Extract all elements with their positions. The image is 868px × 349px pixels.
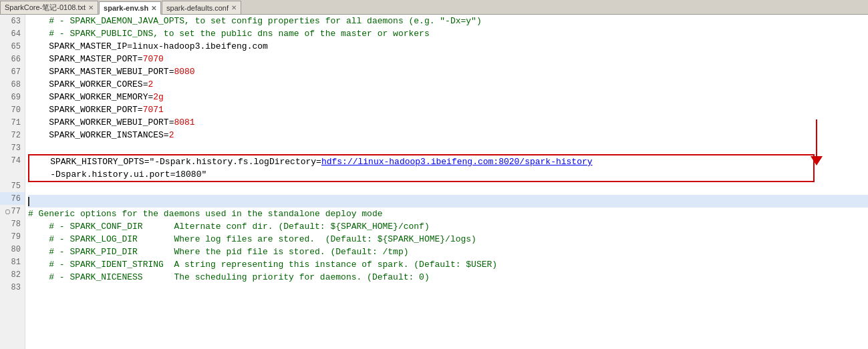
line-72-val: 2 [169,130,174,140]
line-74-quote2: " [201,169,206,180]
code-line-64: # - SPARK_PUBLIC_DNS, to set the public … [28,27,868,40]
code-line-63: # - SPARK_DAEMON_JAVA_OPTS, to set confi… [28,15,868,27]
code-line-65: SPARK_MASTER_IP=linux-hadoop3.ibeifeng.c… [28,40,868,53]
tab-label: spark-env.sh [104,4,148,12]
line-num-69: 69 [0,91,25,103]
line-num-63: 63 [0,15,25,27]
line-67-key: SPARK_MASTER_WEBUI_PORT= [28,67,174,77]
highlight-box-74: SPARK_HISTORY_OPTS="-Dspark.history.fs.l… [28,154,815,182]
line-num-65: 65 [0,40,25,53]
code-content[interactable]: # - SPARK_DAEMON_JAVA_OPTS, to set confi… [25,15,868,349]
line-num-72: 72 [0,129,25,141]
line-79-text: # - SPARK_LOG_DIR Where log files are st… [28,234,476,244]
line-69-val: 2g [153,92,164,102]
line-num-83: 83 [0,281,25,294]
line-78-text: # - SPARK_CONF_DIR Alternate conf dir. (… [28,222,430,232]
code-line-69: SPARK_WORKER_MEMORY=2g [28,91,868,103]
line-num-74b [0,167,25,180]
line-num-71: 71 [0,116,25,129]
code-line-74a: SPARK_HISTORY_OPTS="-Dspark.history.fs.l… [29,155,813,168]
line-67-val: 8080 [174,67,194,77]
line-num-82: 82 [0,268,25,281]
code-line-74b: -Dspark.history.ui.port=18080" [29,168,813,181]
line-num-67: 67 [0,65,25,78]
line-71-val: 8081 [174,117,194,127]
line-num-64: 64 [0,27,25,40]
line-80-text: # - SPARK_PID_DIR Where the pid file is … [28,247,409,257]
line-65-text: SPARK_MASTER_IP=linux-hadoop3.ibeifeng.c… [28,41,268,51]
line-63-text: # - SPARK_DAEMON_JAVA_OPTS, to set confi… [28,16,482,26]
fold-icon: ▢ [6,208,10,216]
line-num-81: 81 [0,256,25,268]
line-71-key: SPARK_WORKER_WEBUI_PORT= [28,117,174,127]
editor-container: SparkCore-笔记-0108.txt ✕ spark-env.sh ✕ s… [0,0,868,349]
code-line-71: SPARK_WORKER_WEBUI_PORT=8081 [28,116,868,129]
tab-close-icon[interactable]: ✕ [151,5,156,12]
line-numbers: 63 64 65 66 67 68 69 70 71 72 73 74 75 7… [0,15,25,349]
line-68-val: 2 [148,79,153,89]
code-line-77: # Generic options for the daemons used i… [28,208,868,220]
line-69-key: SPARK_WORKER_MEMORY= [28,92,153,102]
line-66-val: 7070 [143,54,164,64]
line-num-73: 73 [0,141,25,154]
code-line-83 [28,284,868,296]
line-74-key: SPARK_HISTORY_OPTS= [29,157,149,167]
tab-label: spark-defaults.conf [166,4,229,12]
code-line-78: # - SPARK_CONF_DIR Alternate conf dir. (… [28,220,868,233]
line-num-77: ▢77 [0,205,25,218]
cursor [28,197,29,206]
line-num-70: 70 [0,103,25,116]
tab-label: SparkCore-笔记-0108.txt [5,3,86,13]
code-line-66: SPARK_MASTER_PORT=7070 [28,53,868,65]
line-74-url: hdfs://linux-hadoop3.ibeifeng.com:8020/s… [321,157,593,167]
line-num-68: 68 [0,78,25,91]
code-line-81: # - SPARK_IDENT_STRING A string represen… [28,258,868,271]
line-74-dspark2: -Dspark.history.ui.port=18080 [29,169,201,180]
line-70-val: 7071 [143,105,164,115]
line-num-75: 75 [0,180,25,192]
line-68-key: SPARK_WORKER_CORES= [28,79,148,89]
line-81-text: # - SPARK_IDENT_STRING A string represen… [28,260,497,270]
line-num-76: 76 [0,192,25,205]
code-line-82: # - SPARK_NICENESS The scheduling priori… [28,271,868,284]
code-line-80: # - SPARK_PID_DIR Where the pid file is … [28,246,868,258]
code-line-70: SPARK_WORKER_PORT=7071 [28,103,868,116]
line-83-empty [28,285,33,295]
tab-sparkenv[interactable]: spark-env.sh ✕ [99,1,161,15]
tab-sparkdefaults[interactable]: spark-defaults.conf ✕ [162,1,241,14]
code-line-73 [28,141,868,154]
tab-sparkcore[interactable]: SparkCore-笔记-0108.txt ✕ [0,1,98,14]
line-66-key: SPARK_MASTER_PORT= [28,54,143,64]
line-num-79: 79 [0,230,25,243]
tab-close-icon[interactable]: ✕ [88,4,94,11]
line-73-empty [28,143,33,153]
tab-bar: SparkCore-笔记-0108.txt ✕ spark-env.sh ✕ s… [0,0,868,15]
line-64-text: # - SPARK_PUBLIC_DNS, to set the public … [28,29,430,39]
code-line-75 [28,182,868,195]
code-line-72: SPARK_WORKER_INSTANCES=2 [28,129,868,141]
code-line-68: SPARK_WORKER_CORES=2 [28,78,868,91]
line-72-key: SPARK_WORKER_INSTANCES= [28,130,169,140]
line-70-key: SPARK_WORKER_PORT= [28,105,143,115]
line-num-78: 78 [0,218,25,230]
code-line-67: SPARK_MASTER_WEBUI_PORT=8080 [28,65,868,78]
line-74-dspark1: -Dspark.history.fs.logDirectory= [154,157,321,167]
code-line-79: # - SPARK_LOG_DIR Where log files are st… [28,233,868,246]
line-75-empty [28,184,33,194]
line-num-74: 74 [0,154,25,167]
line-74-wrapper: SPARK_HISTORY_OPTS="-Dspark.history.fs.l… [28,154,868,182]
line-num-66: 66 [0,53,25,65]
tab-close-icon[interactable]: ✕ [231,4,237,11]
code-area: 63 64 65 66 67 68 69 70 71 72 73 74 75 7… [0,15,868,349]
line-82-text: # - SPARK_NICENESS The scheduling priori… [28,272,430,282]
code-line-76 [28,195,868,208]
line-num-80: 80 [0,243,25,256]
line-74-quote1: " [149,157,154,167]
line-77-text: # Generic options for the daemons used i… [28,209,383,219]
